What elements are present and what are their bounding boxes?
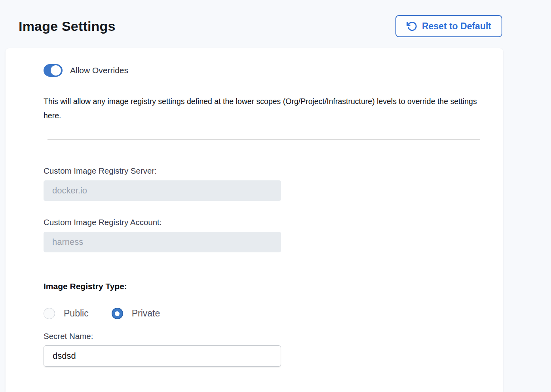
overrides-description: This will allow any image registry setti…: [44, 94, 480, 123]
toggle-knob-icon: [51, 65, 61, 76]
radio-option-public[interactable]: Public: [44, 308, 89, 319]
page-header: Image Settings Reset to Default: [0, 0, 551, 48]
radio-private-label: Private: [132, 308, 160, 319]
registry-server-input[interactable]: [44, 180, 281, 201]
registry-type-radio-group: Public Private: [44, 308, 503, 319]
allow-overrides-toggle[interactable]: [44, 64, 63, 77]
secret-name-label: Secret Name:: [44, 331, 503, 341]
reset-button-label: Reset to Default: [422, 21, 491, 32]
registry-account-label: Custom Image Registry Account:: [44, 218, 503, 227]
allow-overrides-row: Allow Overrides: [44, 64, 503, 77]
rotate-ccw-icon: [407, 21, 417, 32]
radio-unchecked-icon: [44, 308, 55, 319]
secret-name-input[interactable]: [44, 345, 281, 367]
page-title: Image Settings: [19, 19, 116, 34]
section-divider: [48, 139, 480, 140]
registry-server-label: Custom Image Registry Server:: [44, 166, 503, 176]
radio-option-private[interactable]: Private: [112, 308, 160, 319]
allow-overrides-label: Allow Overrides: [70, 66, 128, 75]
image-settings-card: Allow Overrides This will allow any imag…: [6, 48, 503, 392]
registry-account-input[interactable]: [44, 232, 281, 252]
reset-to-default-button[interactable]: Reset to Default: [395, 15, 502, 37]
registry-type-label: Image Registry Type:: [44, 282, 503, 291]
radio-public-label: Public: [64, 308, 89, 319]
radio-checked-icon: [112, 308, 123, 319]
